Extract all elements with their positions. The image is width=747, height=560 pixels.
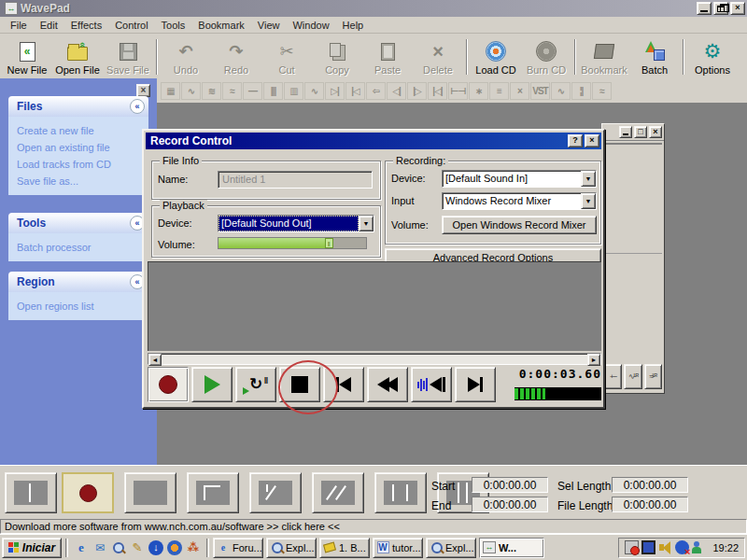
silence-icon[interactable]: — [243, 82, 262, 100]
scheduler-tray-icon[interactable] [625, 540, 639, 554]
wave-double-icon[interactable]: ≋ [202, 82, 221, 100]
sparkle-icon[interactable]: ∗ [469, 82, 488, 100]
horizontal-scrollbar[interactable]: ◄ ► [148, 353, 601, 365]
menu-window[interactable]: Window [286, 18, 335, 33]
sidebar-item-load-tracks-cd[interactable]: Load tracks from CD [17, 156, 148, 173]
search-quicklaunch-icon[interactable] [109, 539, 128, 557]
close-button[interactable]: × [649, 126, 662, 138]
tools-panel-header[interactable]: Tools « [8, 213, 148, 233]
playback-volume-slider[interactable]: ‖ [218, 237, 367, 249]
speaker-tray-icon[interactable] [658, 540, 672, 554]
menu-help[interactable]: Help [336, 18, 371, 33]
dotted-box-icon[interactable]: ▥ [284, 82, 303, 100]
menu-tools[interactable]: Tools [155, 18, 192, 33]
record-button[interactable] [148, 367, 189, 402]
delete-button[interactable]: × Delete [413, 35, 463, 78]
corner-select-button[interactable] [187, 472, 239, 513]
sidebar-item-open-existing-file[interactable]: Open an existing file [17, 139, 148, 156]
sidebar-item-create-new-file[interactable]: Create a new file [17, 122, 148, 139]
messenger-quicklaunch-icon[interactable]: ⁂ [184, 539, 203, 557]
tall-bars-icon[interactable]: ||| [263, 82, 283, 100]
scroll-left-icon[interactable]: ◄ [148, 354, 162, 366]
blank-region-button[interactable] [124, 472, 176, 513]
network-tray-icon[interactable] [675, 540, 689, 554]
new-file-button[interactable]: « New File [2, 35, 52, 78]
mix-icon[interactable]: ¦| [571, 82, 591, 100]
wave-lr-alt-icon[interactable]: ≈ᴸᴿ [644, 364, 662, 389]
collapse-chevron-icon[interactable]: « [130, 99, 145, 114]
stretch-icon[interactable]: ⊢⊣ [448, 82, 468, 100]
close-button[interactable]: × [585, 134, 599, 147]
burn-cd-button[interactable]: Burn CD [521, 35, 571, 78]
undo-button[interactable]: ↶ Undo [161, 35, 211, 78]
task-explorer-1[interactable]: Expl... [266, 538, 317, 558]
open-file-button[interactable]: Open File [52, 35, 103, 78]
rewind-button[interactable] [367, 367, 408, 402]
maximize-button[interactable]: □ [634, 126, 647, 138]
play-to-end-icon[interactable]: ▷| [325, 82, 345, 100]
task-tutorial[interactable]: Wtutor... [373, 538, 423, 558]
files-panel-header[interactable]: Files « [8, 96, 148, 117]
load-cd-button[interactable]: Load CD [471, 35, 521, 78]
fade-out-icon[interactable]: |▷ [407, 82, 427, 100]
recording-device-combo[interactable]: [Default Sound In] ▼ [442, 170, 597, 188]
cursor-tool-button[interactable] [5, 472, 57, 513]
copy-button[interactable]: Copy [312, 35, 362, 78]
close-button[interactable]: × [730, 2, 745, 15]
task-wavepad[interactable]: ↔W... [479, 538, 544, 558]
minimize-button[interactable] [697, 2, 712, 15]
insert-arrow-icon[interactable]: ⇦ [366, 82, 386, 100]
display-tray-icon[interactable] [641, 540, 655, 554]
download-quicklaunch-icon[interactable]: ↓ [147, 539, 165, 557]
chevron-down-icon[interactable]: ▼ [581, 193, 596, 209]
chevron-down-icon[interactable]: ▼ [581, 171, 596, 187]
scrub-button[interactable] [411, 367, 452, 402]
name-field[interactable]: Untitled 1 [218, 171, 373, 189]
cut-button[interactable]: ✂ Cut [261, 35, 312, 78]
playback-device-combo[interactable]: [Default Sound Out] ▼ [218, 215, 374, 232]
task-forum[interactable]: eForu... [213, 538, 263, 558]
redo-button[interactable]: ↷ Redo [211, 35, 261, 78]
stop-button[interactable] [279, 367, 320, 402]
skip-to-end-button[interactable] [455, 367, 496, 402]
menu-view[interactable]: View [251, 18, 287, 33]
menu-file[interactable]: File [4, 18, 34, 33]
mail-quicklaunch-icon[interactable]: ✉ [91, 539, 109, 557]
start-button[interactable]: Iniciar [2, 538, 62, 558]
wave-cluster-icon[interactable]: ∿ [181, 82, 201, 100]
delete-x-icon[interactable]: × [510, 82, 529, 100]
skip-to-start-button[interactable] [323, 367, 364, 402]
task-1b[interactable]: 1. B... [319, 538, 370, 558]
user-tray-icon[interactable] [692, 540, 706, 554]
sidebar-item-save-file-as[interactable]: Save file as... [17, 173, 148, 189]
taskbar-clock[interactable]: 19:22 [709, 542, 739, 553]
loop-button[interactable]: ↻‖ [235, 367, 276, 402]
wave-lr-icon[interactable]: ∿ᴸᴿ [624, 364, 641, 389]
scroll-right-icon[interactable]: ► [587, 354, 600, 366]
media-player-quicklaunch-icon[interactable] [165, 539, 184, 557]
levels-icon[interactable]: ≡ [489, 82, 509, 100]
save-file-button[interactable]: Save File [103, 35, 153, 78]
bookmark-button[interactable]: Bookmark [579, 35, 629, 78]
menu-effects[interactable]: Effects [64, 18, 108, 33]
record-mode-button[interactable] [62, 472, 114, 513]
zigzag-icon[interactable]: ∿ [304, 82, 324, 100]
batch-button[interactable]: Batch [629, 35, 680, 78]
open-mixer-button[interactable]: Open Windows Record Mixer [442, 216, 597, 234]
paste-button[interactable]: Paste [362, 35, 413, 78]
sidebar-close-button[interactable]: × [136, 84, 150, 97]
menu-edit[interactable]: Edit [34, 18, 64, 33]
sidebar-item-batch-processor[interactable]: Batch processor [17, 239, 148, 256]
grid-wave-icon[interactable]: ▦ [161, 82, 180, 100]
echo-icon[interactable]: ≈ [592, 82, 612, 100]
minimize-button[interactable] [619, 126, 632, 138]
scrub-wave-icon[interactable]: ∿ [551, 82, 571, 100]
fade-in-icon[interactable]: ◁| [387, 82, 406, 100]
select-start-button[interactable] [249, 472, 302, 513]
help-button[interactable]: ? [568, 134, 583, 147]
trim-icon[interactable]: |◁| [428, 82, 447, 100]
zoom-plus-minus-icon[interactable]: +− [604, 364, 622, 389]
restore-button[interactable] [713, 2, 728, 15]
vst-icon[interactable]: VST [530, 82, 550, 100]
status-text[interactable]: Download more software from www.nch.com.… [5, 521, 340, 532]
